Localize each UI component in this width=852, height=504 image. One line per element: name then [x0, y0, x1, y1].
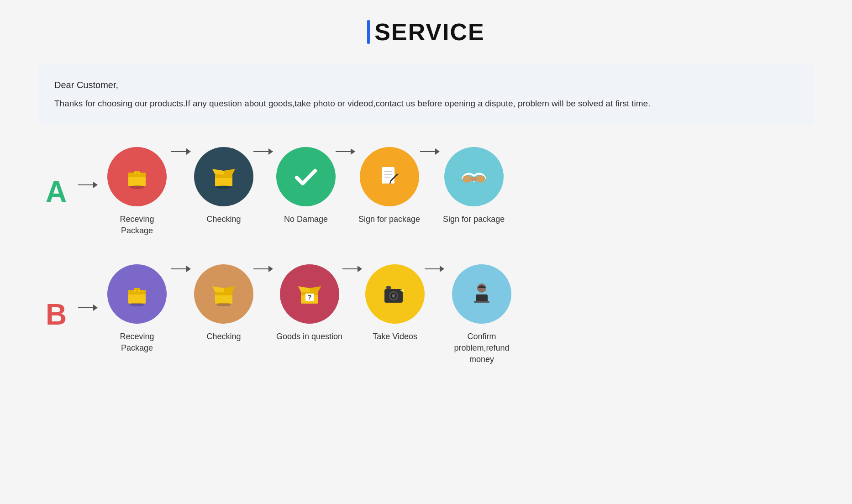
- svg-point-37: [392, 294, 395, 298]
- page-header: SERVICE: [367, 18, 484, 46]
- circle-a3: [276, 147, 336, 206]
- flow-item-a3: No Damage: [276, 147, 336, 225]
- svg-rect-10: [382, 167, 394, 184]
- svg-rect-23: [134, 288, 140, 290]
- label-b3: Goods in question: [276, 331, 342, 342]
- svg-rect-3: [134, 171, 140, 173]
- connector-b4: [425, 264, 447, 287]
- svg-text:?: ?: [307, 294, 311, 301]
- arrow-a-initial: [78, 180, 101, 203]
- flow-item-a5: Sign for package: [443, 147, 505, 225]
- connector-b1: [171, 264, 194, 287]
- label-b2: Checking: [206, 331, 241, 342]
- circle-a5: [444, 147, 504, 206]
- title-accent-bar: [367, 20, 370, 44]
- svg-point-29: [216, 303, 231, 306]
- flow-item-b3: ? Goods in question: [276, 264, 342, 342]
- label-b1: Receving Package: [103, 331, 171, 354]
- svg-rect-24: [136, 290, 138, 294]
- label-a1: Receving Package: [103, 214, 171, 236]
- svg-point-5: [130, 185, 144, 189]
- connector-b3: [342, 264, 365, 287]
- label-a4: Sign for package: [358, 214, 420, 225]
- circle-b4: [365, 264, 425, 324]
- label-a2: Checking: [206, 214, 241, 225]
- flow-item-a2: Checking: [194, 147, 253, 225]
- flow-item-b5: Confirm problem,refund money: [447, 264, 516, 366]
- flow-letter-b: B: [38, 298, 74, 331]
- svg-rect-4: [136, 173, 138, 177]
- flow-letter-a: A: [38, 175, 74, 209]
- flow-section-a: A Recevin: [38, 147, 814, 241]
- label-b4: Take Videos: [373, 331, 417, 342]
- connector-a2: [253, 147, 276, 170]
- label-b5: Confirm problem,refund money: [447, 331, 516, 366]
- svg-point-25: [130, 303, 144, 306]
- arrow-b-initial: [78, 303, 101, 326]
- flow-items-b: Receving Package Checking: [103, 264, 814, 366]
- connector-a3: [336, 147, 358, 170]
- flow-item-b4: Take Videos: [365, 264, 425, 342]
- circle-b5: [452, 264, 511, 324]
- connector-a1: [171, 147, 194, 170]
- circle-a4: [360, 147, 419, 206]
- label-a3: No Damage: [284, 214, 328, 225]
- circle-b3: ?: [280, 264, 339, 324]
- flow-row-b: B Receving Package: [38, 264, 814, 366]
- svg-rect-28: [222, 292, 225, 295]
- svg-rect-38: [386, 286, 391, 289]
- flow-item-a1: Receving Package: [103, 147, 171, 236]
- flow-item-a4: Sign for package: [358, 147, 420, 225]
- flow-item-b2: Checking: [194, 264, 253, 342]
- circle-b2: [194, 264, 253, 324]
- flow-row-a: A Recevin: [38, 147, 814, 236]
- connector-a4: [420, 147, 443, 170]
- flow-section-b: B Receving Package: [38, 264, 814, 370]
- svg-rect-43: [474, 301, 489, 303]
- flow-items-a: Receving Package: [103, 147, 814, 236]
- page-title: SERVICE: [374, 18, 484, 46]
- circle-a2: [194, 147, 253, 206]
- circle-b1: [107, 264, 167, 324]
- circle-a1: [107, 147, 167, 206]
- svg-point-40: [401, 289, 404, 292]
- notice-box: Dear Customer, Thanks for choosing our p…: [38, 64, 814, 124]
- notice-dear: Dear Customer,: [54, 77, 798, 93]
- label-a5: Sign for package: [443, 214, 505, 225]
- connector-b2: [253, 264, 276, 287]
- svg-rect-8: [222, 174, 225, 178]
- notice-body: Thanks for choosing our products.If any …: [54, 96, 798, 111]
- flow-item-b1: Receving Package: [103, 264, 171, 354]
- svg-rect-19: [470, 177, 478, 181]
- svg-point-9: [216, 185, 231, 189]
